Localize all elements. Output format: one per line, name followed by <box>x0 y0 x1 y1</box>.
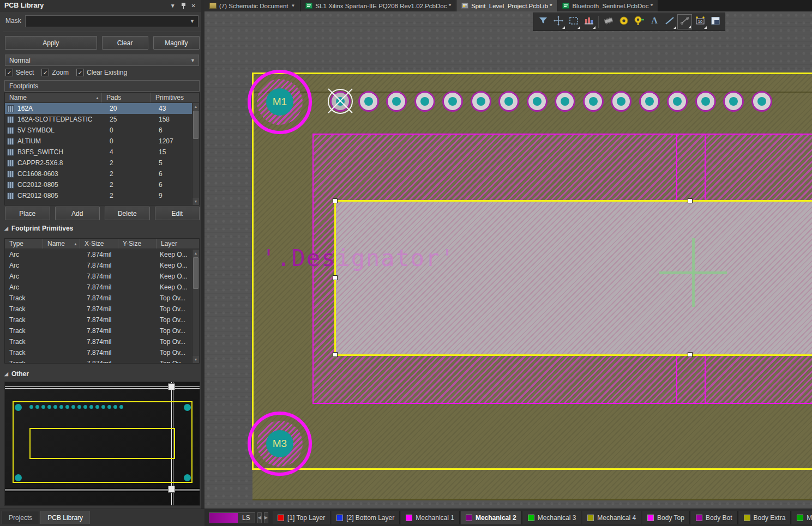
current-layer-chip[interactable]: LS <box>209 512 255 523</box>
footprint-row[interactable]: CAPPR2-5X6.825 <box>5 158 199 168</box>
checkbox-select[interactable]: ✓Select <box>5 69 34 76</box>
checkbox-clear-existing[interactable]: ✓Clear Existing <box>76 69 127 76</box>
pad-7[interactable] <box>498 91 519 112</box>
layer-scroll-left-icon[interactable]: ◀ <box>257 512 262 523</box>
pad-8[interactable] <box>527 91 548 112</box>
pad-13[interactable] <box>667 91 688 112</box>
footprint-primitives-section-header[interactable]: ◢ Footprint Primitives <box>4 225 73 232</box>
edit-button[interactable]: Edit <box>155 207 200 220</box>
pad-14[interactable] <box>695 91 716 112</box>
layer-tab-mechanical-4[interactable]: Mechanical 4 <box>582 511 641 524</box>
apply-button[interactable]: Apply <box>5 36 97 50</box>
footprints-scrollbar[interactable]: ▲ ▼ <box>192 103 199 205</box>
pad-2[interactable] <box>358 91 379 112</box>
checkbox-icon[interactable]: ✓ <box>5 69 13 76</box>
checkbox-icon[interactable]: ✓ <box>76 69 84 76</box>
pad-9[interactable] <box>555 91 575 112</box>
layer-tab-mechanical-15[interactable]: Mechanical 15 <box>792 511 812 524</box>
place-button[interactable]: Place <box>5 207 50 220</box>
dimension-button[interactable] <box>677 14 692 29</box>
document-tab[interactable]: Bluetooth_Sentinel.PcbDoc * <box>557 0 658 11</box>
selection-handle[interactable] <box>333 198 338 203</box>
mounting-hole-m3[interactable]: M3 <box>248 412 312 476</box>
scrollbar-thumb[interactable] <box>193 257 199 289</box>
footprint-row[interactable]: B3FS_SWITCH415 <box>5 147 199 158</box>
checkbox-zoom[interactable]: ✓Zoom <box>41 69 69 76</box>
mounting-hole-m1[interactable]: M1 <box>248 70 312 134</box>
primitive-row[interactable]: Arc7.874milKeep O... <box>5 271 199 282</box>
column-header-name[interactable]: Name▲ <box>5 93 102 102</box>
tab-projects[interactable]: Projects <box>2 511 39 524</box>
pad-12[interactable] <box>639 91 660 112</box>
chevron-down-icon[interactable]: ▼ <box>190 58 199 63</box>
primitive-row[interactable]: Track7.874milTop Ov... <box>5 347 199 358</box>
layer-tab-body-bot[interactable]: Body Bot <box>691 511 738 524</box>
footprint-row[interactable]: ALTIUM01207 <box>5 136 199 147</box>
selection-handle[interactable] <box>688 352 693 357</box>
document-tab[interactable]: (7) Schematic Document▼ <box>204 0 300 11</box>
preview-viewport-handle[interactable] <box>168 486 175 493</box>
footprint-row[interactable]: CC1608-060326 <box>5 168 199 179</box>
primitive-row[interactable]: Arc7.874milKeep O... <box>5 260 199 271</box>
scroll-up-icon[interactable]: ▲ <box>193 250 199 257</box>
column-header-name[interactable]: Name▲ <box>43 239 80 249</box>
magnify-button[interactable]: Magnify <box>153 36 200 50</box>
collapse-icon[interactable]: ◢ <box>4 226 8 231</box>
primitives-scrollbar[interactable]: ▲ ▼ <box>192 250 199 363</box>
pad-button[interactable] <box>616 14 631 29</box>
primitive-row[interactable]: Track7.874milTop Ov... <box>5 336 199 347</box>
layer-scroll-right-icon[interactable]: ▶ <box>264 512 268 523</box>
pin-icon[interactable] <box>181 3 186 9</box>
footprint-row[interactable]: 5V SYMBOL06 <box>5 125 199 136</box>
pad-15[interactable] <box>723 91 744 112</box>
layer-tab-body-extra[interactable]: Body Extra <box>739 511 791 524</box>
layer-tab-mechanical-3[interactable]: Mechanical 3 <box>523 511 582 524</box>
selection-handle[interactable] <box>333 352 338 357</box>
column-chart-button[interactable] <box>581 14 596 29</box>
panel-menu-icon[interactable]: ▼ <box>170 3 176 9</box>
crosshair-button[interactable] <box>551 14 566 29</box>
pad-16[interactable] <box>751 91 772 112</box>
component-button[interactable] <box>601 14 616 29</box>
pad-10[interactable] <box>583 91 604 112</box>
pad-3[interactable] <box>386 91 407 112</box>
column-header-layer[interactable]: Layer <box>157 239 191 249</box>
column-header-ysize[interactable]: Y-Size <box>118 239 157 249</box>
filter-button[interactable] <box>536 14 550 29</box>
layer-tab--1-top-layer[interactable]: [1] Top Layer <box>273 511 330 524</box>
selection-handle[interactable] <box>688 198 693 203</box>
primitive-row[interactable]: Track7.874milTop Ov... <box>5 325 199 336</box>
column-header-type[interactable]: Type <box>5 239 43 249</box>
room-button[interactable] <box>708 14 723 29</box>
measure-button[interactable]: 10 <box>693 14 707 29</box>
layer-tab-mechanical-1[interactable]: Mechanical 1 <box>401 511 460 524</box>
pad-4[interactable] <box>414 91 435 112</box>
column-header-xsize[interactable]: X-Size <box>80 239 118 249</box>
chevron-down-icon[interactable]: ▼ <box>190 19 198 24</box>
scroll-down-icon[interactable]: ▼ <box>193 198 199 205</box>
primitive-row[interactable]: Track7.874milTop Ov... <box>5 293 199 304</box>
column-header-pads[interactable]: Pads <box>102 93 151 102</box>
scrollbar-thumb[interactable] <box>193 111 199 139</box>
primitive-row[interactable]: Track7.874milTop Ov... <box>5 304 199 315</box>
footprint-row[interactable]: CC2012-080526 <box>5 179 199 190</box>
pcb-editor-canvas[interactable]: '.Designator' '.Designator' M1 M3 <box>204 11 812 509</box>
scroll-up-icon[interactable]: ▲ <box>193 103 199 110</box>
footprint-row[interactable]: 162A2043 <box>5 103 199 114</box>
pad-11[interactable] <box>611 91 631 112</box>
text-button[interactable]: A <box>647 14 661 29</box>
delete-button[interactable]: Delete <box>105 207 150 220</box>
pad-5[interactable] <box>442 91 463 112</box>
primitive-row[interactable]: Track7.874milTop Ov... <box>5 315 199 325</box>
primitive-row[interactable]: Arc7.874milKeep O... <box>5 282 199 293</box>
scroll-down-icon[interactable]: ▼ <box>193 356 199 363</box>
preview-viewport-handle[interactable] <box>168 383 175 390</box>
collapse-icon[interactable]: ◢ <box>4 371 8 377</box>
tab-pcb-library[interactable]: PCB Library <box>40 511 90 524</box>
primitive-row[interactable]: Track7.874milTop Ov... <box>5 358 199 363</box>
footprint-preview[interactable] <box>4 382 200 506</box>
chevron-down-icon[interactable]: ▼ <box>291 3 296 8</box>
close-icon[interactable]: ✕ <box>191 3 196 9</box>
pad-6[interactable] <box>471 91 491 112</box>
document-tab[interactable]: Spirit_Level_Project.PcbLib * <box>456 0 557 11</box>
